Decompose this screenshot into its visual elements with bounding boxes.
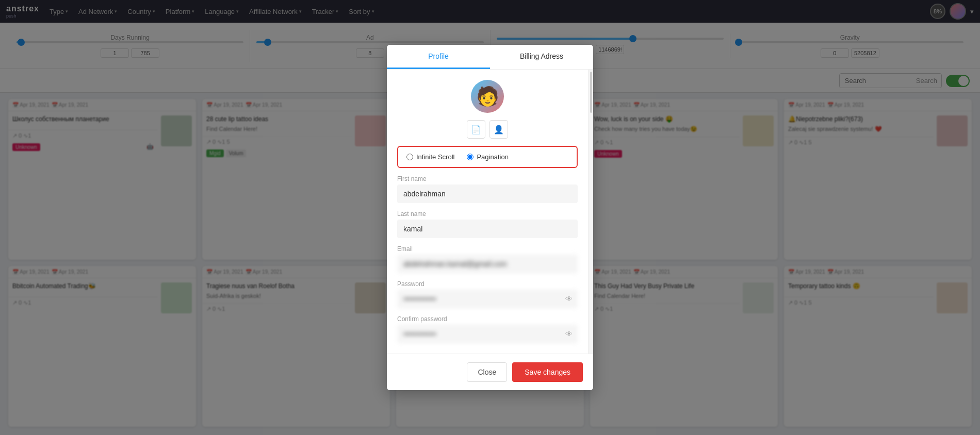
person-icon: 👤	[494, 125, 504, 135]
avatar-circle: 🧑	[471, 80, 504, 113]
confirm-password-field: Confirm password 👁	[397, 315, 578, 343]
email-input[interactable]	[397, 255, 578, 273]
infinite-scroll-option[interactable]: Infinite Scroll	[406, 153, 454, 161]
tab-profile[interactable]: Profile	[387, 45, 490, 69]
tab-billing[interactable]: Billing Adress	[490, 45, 593, 69]
confirm-password-label: Confirm password	[397, 315, 578, 323]
password-label: Password	[397, 280, 578, 288]
modal-scrollbar	[588, 70, 593, 354]
file-icon: 📄	[471, 125, 481, 135]
avatar-emoji: 🧑	[476, 86, 499, 107]
pagination-option[interactable]: Pagination	[467, 153, 508, 161]
modal-footer: Close Save changes	[387, 354, 593, 390]
eye-icon: 👁	[565, 295, 573, 303]
last-name-field: Last name	[397, 210, 578, 238]
email-field: Email	[397, 245, 578, 273]
modal-body: 🧑 📄 👤 Infinite Scroll	[387, 70, 588, 354]
modal-tab-bar: Profile Billing Adress	[387, 45, 593, 70]
infinite-scroll-radio[interactable]	[406, 154, 413, 160]
avatar-section: 🧑	[471, 80, 504, 113]
profile-modal: Profile Billing Adress 🧑 📄 👤	[387, 45, 593, 390]
upload-file-button[interactable]: 📄	[467, 120, 485, 139]
eye-icon: 👁	[565, 330, 573, 338]
first-name-field: First name	[397, 175, 578, 203]
pagination-radio[interactable]	[467, 154, 473, 160]
first-name-label: First name	[397, 175, 578, 182]
password-field: Password 👁	[397, 280, 578, 308]
avatar-action-buttons: 📄 👤	[467, 120, 508, 139]
close-button[interactable]: Close	[467, 362, 507, 382]
last-name-input[interactable]	[397, 220, 578, 238]
remove-avatar-button[interactable]: 👤	[489, 120, 508, 139]
email-label: Email	[397, 245, 578, 253]
display-mode-radio-group: Infinite Scroll Pagination	[397, 146, 578, 168]
first-name-input[interactable]	[397, 185, 578, 203]
save-changes-button[interactable]: Save changes	[512, 362, 583, 382]
password-input[interactable]	[397, 290, 578, 308]
modal-overlay: Profile Billing Adress 🧑 📄 👤	[0, 0, 980, 433]
scrollbar-thumb	[590, 72, 592, 113]
last-name-label: Last name	[397, 210, 578, 217]
confirm-password-input[interactable]	[397, 325, 578, 343]
